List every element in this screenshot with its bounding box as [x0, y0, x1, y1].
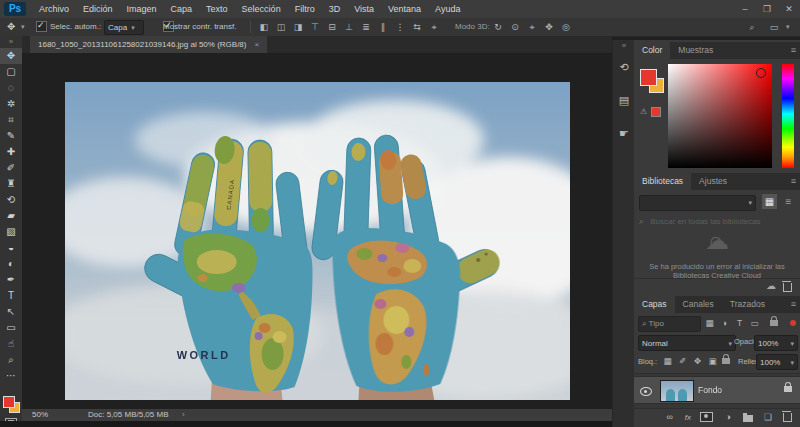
panel-menu-icon[interactable]: ≡: [791, 296, 796, 313]
hand-tool[interactable]: ☝: [0, 336, 22, 352]
menu-archivo[interactable]: Archivo: [32, 0, 76, 18]
quick-selection-tool[interactable]: ✲: [0, 96, 22, 112]
align-top-edges-icon[interactable]: ⊤: [309, 18, 321, 36]
align-right-edges-icon[interactable]: ◨: [292, 18, 304, 36]
panel-menu-icon[interactable]: ≡: [791, 173, 796, 190]
list-view-icon[interactable]: ≡: [781, 194, 796, 209]
new-group-icon[interactable]: [743, 415, 753, 422]
canvas-image[interactable]: CANADA WORLD: [65, 82, 570, 400]
layer-filter-toggle[interactable]: [790, 320, 796, 326]
align-bottom-edges-icon[interactable]: ⊥: [343, 18, 355, 36]
dock-collapse-icon[interactable]: «: [613, 40, 635, 52]
panel-menu-icon[interactable]: ≡: [791, 42, 796, 59]
tab-capas[interactable]: Capas: [634, 296, 675, 313]
brush-tool[interactable]: ✐: [0, 160, 22, 176]
gamut-warning-icon[interactable]: ⚠: [640, 107, 647, 116]
lock-transparent-pixels-icon[interactable]: ▦: [662, 354, 673, 369]
healing-brush-tool[interactable]: ✚: [0, 144, 22, 160]
layer-style-fx-icon[interactable]: fx: [685, 413, 691, 422]
library-dropdown[interactable]: ▾: [639, 195, 756, 211]
menu-ventana[interactable]: Ventana: [381, 0, 428, 18]
eraser-tool[interactable]: ▰: [0, 208, 22, 224]
status-options-chevron-icon[interactable]: ›: [182, 409, 185, 421]
document-tab[interactable]: 1680_1050_201311061258021039146.jpg al 5…: [30, 36, 267, 53]
restore-icon[interactable]: ❐: [756, 0, 778, 18]
close-icon[interactable]: ✕: [778, 0, 800, 18]
tab-color[interactable]: Color: [634, 42, 670, 59]
shape-tool[interactable]: ▭: [0, 320, 22, 336]
layer-row[interactable]: Fondo: [634, 376, 800, 404]
lock-artboard-icon[interactable]: ▣: [707, 354, 718, 369]
menu-capa[interactable]: Capa: [164, 0, 200, 18]
menu-edicion[interactable]: Edición: [76, 0, 120, 18]
filter-type-layers-icon[interactable]: T: [734, 316, 745, 331]
workspace-icon[interactable]: ▭: [768, 18, 780, 36]
color-field-cursor[interactable]: [756, 68, 766, 78]
grid-view-icon[interactable]: ▦: [762, 194, 777, 209]
menu-3d[interactable]: 3D: [322, 0, 348, 18]
zoom-level-field[interactable]: 50%: [32, 409, 48, 421]
filter-adjustment-layers-icon[interactable]: ◑: [719, 316, 730, 331]
link-layers-icon[interactable]: ∞: [664, 409, 676, 425]
lasso-tool[interactable]: ◌: [0, 80, 22, 96]
clone-stamp-tool[interactable]: ♜: [0, 176, 22, 192]
foreground-color-swatch[interactable]: [640, 69, 657, 86]
gamut-warning-swatch[interactable]: [651, 107, 661, 117]
3d-rotate-icon[interactable]: ↻: [492, 18, 504, 36]
lock-image-pixels-icon[interactable]: ✐: [677, 354, 688, 369]
filter-shape-layers-icon[interactable]: ▭: [749, 316, 760, 331]
auto-select-checkbox[interactable]: [36, 21, 47, 32]
pen-tool[interactable]: ✒: [0, 272, 22, 288]
properties-panel-icon[interactable]: ▤: [613, 93, 635, 107]
zoom-tool[interactable]: ⌕: [0, 352, 22, 368]
history-panel-icon[interactable]: ⟲: [613, 60, 635, 74]
opacity-field[interactable]: 100% ▾: [754, 335, 798, 351]
foreground-color-swatch[interactable]: [3, 396, 15, 408]
tab-bibliotecas[interactable]: Bibliotecas: [634, 173, 691, 190]
toolbar-collapse-icon[interactable]: »: [0, 36, 22, 48]
align-horizontal-centers-icon[interactable]: ◫: [275, 18, 287, 36]
tab-muestras[interactable]: Muestras: [670, 42, 721, 59]
layer-thumbnail[interactable]: [660, 380, 694, 402]
distribute-bottoms-icon[interactable]: ⋮: [394, 18, 406, 36]
lock-all-icon[interactable]: [722, 358, 730, 364]
layer-filter-dropdown[interactable]: ⌕ Tipo: [638, 316, 701, 332]
add-layer-mask-icon[interactable]: [700, 412, 713, 422]
menu-texto[interactable]: Texto: [199, 0, 235, 18]
menu-ayuda[interactable]: Ayuda: [428, 0, 467, 18]
3d-scale-icon[interactable]: ◎: [560, 18, 572, 36]
learn-panel-icon[interactable]: ☛: [613, 126, 635, 140]
tool-preset-caret-icon[interactable]: ▾: [21, 23, 25, 31]
distribute-centers-icon[interactable]: ∥: [377, 18, 389, 36]
sync-icon[interactable]: ☁: [766, 280, 776, 291]
tab-canales[interactable]: Canales: [675, 296, 722, 313]
tab-trazados[interactable]: Trazados: [722, 296, 773, 313]
fill-field[interactable]: 100% ▾: [756, 354, 798, 370]
delete-layer-icon[interactable]: [783, 413, 792, 422]
tab-ajustes[interactable]: Ajustes: [691, 173, 735, 190]
crop-tool[interactable]: ⌗: [0, 112, 22, 128]
history-brush-tool[interactable]: ⟲: [0, 192, 22, 208]
eyedropper-tool[interactable]: ✎: [0, 128, 22, 144]
3d-slide-icon[interactable]: ✥: [543, 18, 555, 36]
menu-seleccion[interactable]: Selección: [235, 0, 288, 18]
align-to-icon[interactable]: ⌖: [428, 18, 440, 36]
distribute-spacing-icon[interactable]: ⇆: [411, 18, 423, 36]
marquee-tool[interactable]: ▢: [0, 64, 22, 80]
menu-imagen[interactable]: Imagen: [120, 0, 164, 18]
gradient-tool[interactable]: ▧: [0, 224, 22, 240]
library-search-input[interactable]: ⌕ Buscar en todas las bibliotecas: [639, 216, 761, 227]
type-tool[interactable]: T: [0, 288, 22, 304]
align-vertical-centers-icon[interactable]: ⊟: [326, 18, 338, 36]
distribute-tops-icon[interactable]: ≣: [360, 18, 372, 36]
3d-roll-icon[interactable]: ⊙: [509, 18, 521, 36]
filter-pixel-layers-icon[interactable]: ▦: [704, 316, 715, 331]
filter-lock-icon[interactable]: [770, 320, 778, 326]
auto-select-dropdown[interactable]: Capa ▾: [104, 20, 144, 35]
workspace-caret-icon[interactable]: ▾: [786, 23, 790, 31]
dodge-tool[interactable]: ◐: [0, 256, 22, 272]
align-left-edges-icon[interactable]: ◧: [258, 18, 270, 36]
new-layer-icon[interactable]: ❏: [762, 409, 774, 425]
blur-tool[interactable]: ◒: [0, 240, 22, 256]
tab-close-icon[interactable]: ×: [254, 40, 259, 49]
